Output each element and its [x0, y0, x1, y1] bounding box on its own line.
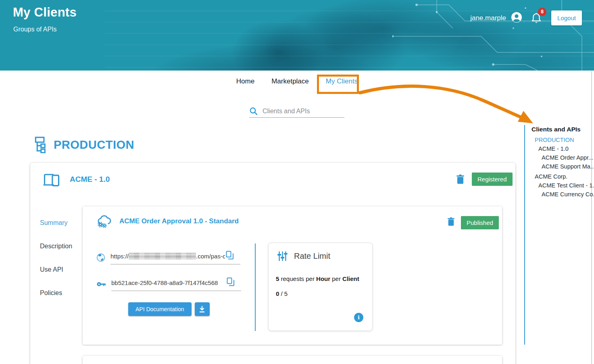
api-card-header: ACME Order Approval 1.0 - Standard: [96, 214, 239, 228]
download-button[interactable]: [195, 302, 210, 316]
search-icon: [249, 107, 258, 115]
rate-limit-usage: 0 / 5: [276, 290, 288, 297]
key-icon: [97, 281, 106, 287]
tree-left-rule: [524, 125, 525, 345]
next-api-card-partial: [83, 356, 502, 364]
page-subtitle: Groups of APIs: [13, 26, 57, 33]
card-gap: [81, 346, 504, 356]
devices-icon: [42, 172, 61, 187]
info-icon[interactable]: i: [354, 313, 363, 322]
tab-description[interactable]: Description: [40, 243, 72, 250]
tree-item-acme-1-0[interactable]: ACME - 1.0: [531, 144, 594, 153]
delete-api-trash-icon[interactable]: [447, 217, 455, 228]
tree-item-acme-corp[interactable]: ACME Corp.: [531, 172, 594, 181]
tree-title: Clients and APIs: [531, 126, 594, 133]
api-documentation-button[interactable]: API Documentation: [128, 302, 192, 316]
tree-item-acme-currency[interactable]: ACME Currency Co...: [531, 190, 594, 199]
client-status-badge: Registered: [472, 173, 513, 186]
username-label: jane.marple: [470, 14, 506, 22]
tree-item-production[interactable]: PRODUCTION: [531, 135, 594, 144]
client-tabs: Summary Description Use API Policies: [40, 219, 72, 297]
endpoint-row: https://.com/pas-c: [97, 251, 240, 264]
nav-item-marketplace[interactable]: Marketplace: [271, 77, 309, 85]
api-status-badge: Published: [461, 216, 499, 229]
delete-client-trash-icon[interactable]: [456, 175, 465, 186]
client-card-header: ACME - 1.0: [42, 172, 110, 187]
scrollbar[interactable]: [591, 71, 592, 364]
section-divider: [255, 243, 256, 331]
rate-limit-rule: 5 requests per Hour per Client: [276, 275, 359, 282]
group-title: PRODUCTION: [54, 138, 134, 152]
tab-use-api[interactable]: Use API: [40, 266, 72, 273]
group-orgchart-icon: [33, 136, 48, 153]
tree-item-acme-order-approval[interactable]: ACME Order Appr...: [531, 153, 594, 162]
tab-policies[interactable]: Policies: [40, 289, 72, 297]
page-title: My Clients: [13, 5, 77, 20]
api-actions: API Documentation: [128, 302, 210, 316]
cloud-service-icon: [96, 214, 112, 228]
api-card: ACME Order Approval 1.0 - Standard Publi…: [83, 206, 502, 345]
endpoint-url: https://.com/pas-c: [110, 253, 225, 260]
globe-icon: [97, 254, 105, 262]
rate-sliders-icon: [277, 251, 288, 262]
group-heading: PRODUCTION: [33, 136, 134, 153]
api-key-value: bb521ace-25f0-4788-a8a9-7f147f4c568: [111, 279, 226, 286]
tab-summary[interactable]: Summary: [40, 219, 72, 227]
search-input[interactable]: [263, 108, 346, 115]
api-key-row: bb521ace-25f0-4788-a8a9-7f147f4c568: [97, 277, 241, 291]
rate-limit-card: Rate Limit 5 requests per Hour per Clien…: [268, 243, 373, 331]
tree-item-acme-support[interactable]: ACME Support Ma...: [531, 162, 594, 171]
nav-item-home[interactable]: Home: [236, 77, 254, 85]
rate-limit-title: Rate Limit: [294, 252, 330, 261]
download-icon: [199, 306, 205, 313]
tree-item-acme-test-client[interactable]: ACME Test Client - 1.0: [531, 181, 594, 190]
user-area: jane.marple 8 Logout: [470, 10, 582, 25]
logout-button[interactable]: Logout: [551, 10, 582, 25]
copy-endpoint-icon[interactable]: [226, 251, 233, 261]
notification-bell-icon[interactable]: 8: [531, 12, 542, 24]
client-card: ACME - 1.0 Registered Summary Descriptio…: [30, 163, 515, 364]
endpoint-field: https://.com/pas-c: [110, 251, 240, 264]
page-header: My Clients Groups of APIs jane.marple 8 …: [0, 0, 594, 71]
rate-limit-header: Rate Limit: [277, 251, 330, 262]
nav-item-my-clients[interactable]: My Clients: [326, 77, 358, 85]
api-title: ACME Order Approval 1.0 - Standard: [119, 217, 239, 225]
api-key-field: bb521ace-25f0-4788-a8a9-7f147f4c568: [111, 277, 241, 291]
clients-apis-tree: Clients and APIs PRODUCTION ACME - 1.0 A…: [531, 126, 594, 199]
endpoint-url-redacted: [129, 253, 196, 260]
main-nav: Home Marketplace My Clients: [0, 77, 594, 85]
copy-api-key-icon[interactable]: [227, 277, 234, 288]
search-field: [249, 105, 344, 118]
client-name: ACME - 1.0: [70, 175, 110, 184]
notification-count-badge: 8: [538, 8, 546, 16]
user-avatar-icon[interactable]: [511, 12, 522, 25]
